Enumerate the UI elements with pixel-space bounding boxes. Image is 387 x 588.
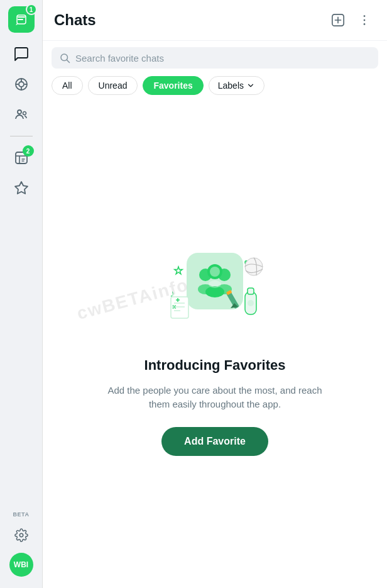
- whatsapp-icon: [14, 12, 29, 27]
- search-icon: [59, 52, 70, 64]
- logo-badge: 1: [26, 4, 37, 15]
- sidebar-item-starred[interactable]: [8, 174, 35, 202]
- svg-point-42: [248, 300, 254, 306]
- sidebar: 1: [0, 0, 43, 588]
- svg-point-13: [19, 533, 23, 537]
- add-favorite-button[interactable]: Add Favorite: [161, 427, 268, 456]
- svg-point-23: [218, 269, 231, 281]
- settings-icon: [14, 528, 28, 542]
- svg-point-8: [18, 110, 21, 114]
- new-chat-button[interactable]: [327, 9, 349, 31]
- sidebar-item-chats[interactable]: [8, 40, 35, 68]
- beta-label: BETA: [13, 511, 30, 518]
- communities-icon: [14, 107, 29, 122]
- sidebar-top: 1: [8, 6, 35, 511]
- favorites-illustration: ♪: [152, 234, 278, 347]
- more-icon: [357, 13, 371, 27]
- svg-line-19: [67, 60, 69, 62]
- app-logo[interactable]: 1: [8, 6, 35, 33]
- empty-state-description: Add the people you care about the most, …: [102, 384, 328, 412]
- labels-text: Labels: [218, 80, 244, 91]
- updates-badge: 2: [23, 145, 34, 157]
- more-options-button[interactable]: [353, 9, 376, 31]
- svg-point-27: [210, 267, 220, 277]
- header-actions: [327, 9, 376, 31]
- search-bar: [52, 47, 378, 69]
- svg-point-28: [209, 280, 221, 288]
- sidebar-item-status[interactable]: [8, 70, 35, 98]
- search-input[interactable]: [75, 53, 371, 64]
- filter-unread[interactable]: Unread: [88, 76, 138, 95]
- sidebar-item-updates[interactable]: 2: [8, 144, 35, 172]
- main-panel: Chats: [43, 0, 387, 588]
- filter-labels[interactable]: Labels: [209, 76, 264, 95]
- filter-all[interactable]: All: [52, 76, 83, 95]
- illustration-svg: ♪: [152, 234, 278, 347]
- svg-point-16: [364, 19, 366, 21]
- sidebar-item-communities[interactable]: [8, 101, 35, 128]
- svg-rect-41: [248, 288, 254, 294]
- starred-icon: [14, 180, 29, 196]
- empty-state: ♪: [43, 101, 387, 588]
- page-title: Chats: [54, 11, 96, 29]
- new-chat-icon: [331, 13, 345, 27]
- header: Chats: [43, 0, 387, 41]
- sidebar-divider: [10, 136, 33, 136]
- filter-tabs: All Unread Favorites Labels: [43, 74, 387, 101]
- svg-point-3: [19, 82, 24, 87]
- search-container: [43, 41, 387, 74]
- chats-icon: [14, 47, 29, 62]
- sidebar-item-settings[interactable]: [8, 521, 35, 549]
- svg-point-15: [364, 15, 366, 17]
- user-avatar[interactable]: WBI: [9, 553, 33, 577]
- svg-point-9: [23, 112, 26, 115]
- sidebar-bottom: BETA WBI: [8, 511, 35, 582]
- svg-point-17: [364, 23, 366, 25]
- empty-state-title: Introducing Favorites: [144, 357, 286, 374]
- status-icon: [14, 77, 29, 92]
- chevron-down-icon: [246, 81, 255, 90]
- filter-favorites[interactable]: Favorites: [143, 76, 203, 95]
